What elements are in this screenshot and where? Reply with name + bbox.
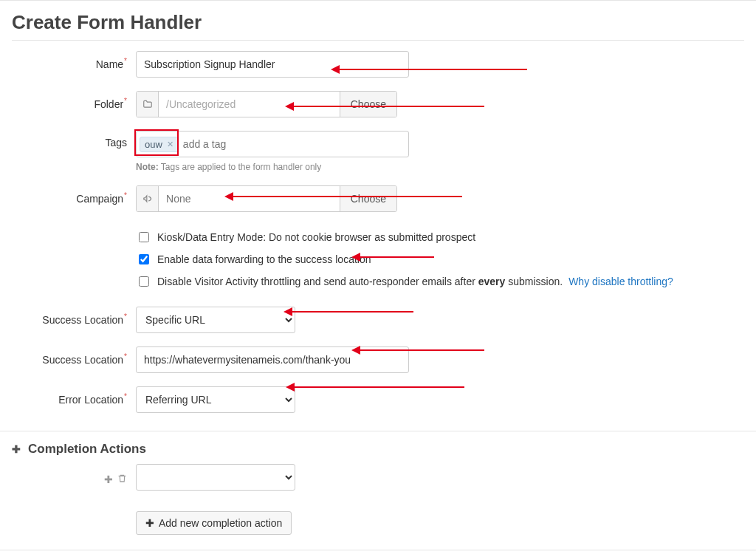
row-options: Kiosk/Data Entry Mode: Do not cookie bro… (12, 225, 744, 296)
label-campaign: Campaign (12, 185, 136, 205)
folder-choose-button[interactable]: Choose (340, 92, 396, 117)
expand-icon: ✚ (12, 443, 21, 455)
tag-add-input[interactable] (182, 137, 405, 151)
add-completion-action-button[interactable]: ✚ Add new completion action (136, 511, 292, 535)
delete-row-icon[interactable] (117, 474, 127, 485)
label-error-location: Error Location (12, 386, 136, 406)
folder-input[interactable] (159, 92, 340, 117)
row-campaign: Campaign Choose (12, 185, 744, 212)
tag-chip[interactable]: ouw ✕ (140, 137, 179, 152)
throttle-checkbox[interactable] (139, 276, 149, 287)
megaphone-icon (137, 186, 159, 211)
error-location-select[interactable]: Referring URL (136, 386, 295, 413)
folder-icon (137, 92, 159, 117)
completion-action-select[interactable] (136, 464, 295, 491)
success-url-input[interactable] (136, 346, 409, 373)
kiosk-label: Kiosk/Data Entry Mode: Do not cookie bro… (157, 231, 475, 243)
throttle-label: Disable Visitor Activity throttling and … (157, 276, 563, 287)
section-completion-actions: ✚ Completion Actions ✚ ✚ Add new complet… (0, 431, 756, 550)
label-name: Name (12, 51, 136, 70)
add-completion-action-label: Add new completion action (159, 517, 282, 529)
plus-icon: ✚ (145, 517, 154, 529)
label-success-type: Success Location (12, 307, 136, 326)
campaign-choose-button[interactable]: Choose (340, 186, 396, 211)
row-error-location: Error Location Referring URL (12, 386, 744, 413)
label-success-url: Success Location (12, 346, 136, 366)
tags-input-box[interactable]: ouw ✕ (136, 131, 409, 157)
completion-actions-header[interactable]: ✚ Completion Actions (12, 442, 744, 457)
forward-checkbox[interactable] (139, 254, 149, 264)
add-row-icon[interactable]: ✚ (104, 474, 113, 485)
section-form-fields: ✚ Form Fields (0, 550, 756, 560)
row-name: Name (12, 51, 744, 78)
completion-actions-title: Completion Actions (28, 442, 146, 457)
label-tags: Tags (12, 131, 136, 148)
name-input[interactable] (136, 51, 409, 78)
row-tags: Tags ouw ✕ Note: Tags are applied to the… (12, 131, 744, 172)
tag-remove-icon[interactable]: ✕ (167, 140, 173, 149)
title-divider (12, 40, 744, 41)
row-folder: Folder Choose (12, 91, 744, 117)
tags-note: Note: Tags are applied to the form handl… (136, 162, 744, 172)
option-kiosk: Kiosk/Data Entry Mode: Do not cookie bro… (136, 230, 744, 245)
option-throttle: Disable Visitor Activity throttling and … (136, 274, 744, 289)
forward-label: Enable data forwarding to the success lo… (157, 253, 371, 265)
kiosk-checkbox[interactable] (139, 232, 149, 242)
page-title: Create Form Handler (12, 11, 744, 34)
row-success-type: Success Location Specific URL (12, 307, 744, 333)
tags-note-prefix: Note: (136, 162, 159, 172)
label-folder: Folder (12, 91, 136, 110)
tags-note-text: Tags are applied to the form handler onl… (159, 162, 322, 172)
campaign-input[interactable] (159, 186, 340, 211)
success-type-select[interactable]: Specific URL (136, 307, 295, 333)
option-forward: Enable data forwarding to the success lo… (136, 252, 744, 267)
throttle-help-link[interactable]: Why disable throttling? (568, 276, 673, 287)
row-success-url: Success Location (12, 346, 744, 373)
tag-chip-label: ouw (145, 139, 162, 150)
